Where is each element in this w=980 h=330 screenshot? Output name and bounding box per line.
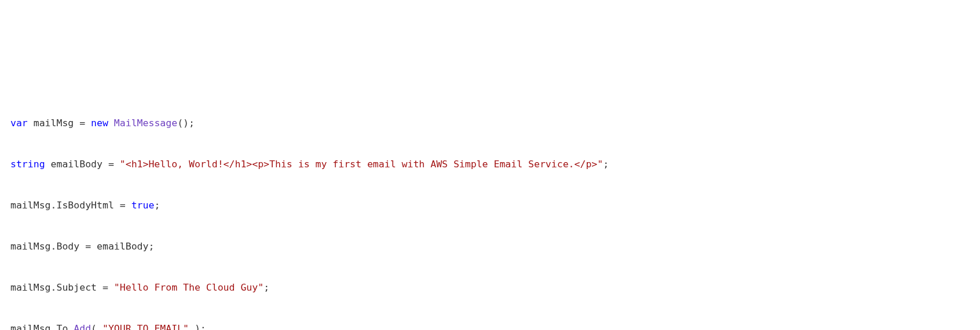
operator-eq: = — [97, 282, 114, 293]
string-literal: "Hello From The Cloud Guy" — [114, 282, 264, 293]
keyword-new: new — [91, 118, 108, 129]
identifier: mailMsg — [10, 200, 51, 211]
identifier: mailMsg — [10, 241, 51, 252]
keyword-true: true — [131, 200, 155, 211]
identifier: emailBody — [51, 159, 103, 170]
operator-eq: = — [74, 118, 91, 129]
code-line-3: mailMsg.IsBodyHtml = true; — [10, 195, 970, 215]
punct: (); — [177, 118, 195, 129]
code-line-1: var mailMsg = new MailMessage(); — [10, 113, 970, 133]
identifier: emailBody — [97, 241, 148, 252]
code-line-4: mailMsg.Body = emailBody; — [10, 236, 970, 256]
code-line-5: mailMsg.Subject = "Hello From The Cloud … — [10, 277, 970, 298]
operator-eq: = — [103, 159, 120, 170]
property: To — [56, 323, 68, 330]
property: Body — [56, 241, 79, 252]
method-add: Add — [74, 323, 91, 330]
identifier: mailMsg — [10, 282, 51, 293]
property: IsBodyHtml — [56, 200, 114, 211]
string-literal: "<h1>Hello, World!</h1><p>This is my fir… — [120, 159, 603, 170]
property: Subject — [56, 282, 97, 293]
punct: ; — [148, 241, 154, 252]
code-line-2: string emailBody = "<h1>Hello, World!</h… — [10, 154, 970, 174]
string-literal: "YOUR TO EMAIL" — [103, 323, 189, 330]
identifier: mailMsg — [34, 118, 74, 129]
keyword-string: string — [10, 159, 45, 170]
code-block: var mailMsg = new MailMessage(); string … — [10, 93, 970, 330]
punct: ; — [154, 200, 160, 211]
punct: ; — [603, 159, 609, 170]
keyword-var: var — [10, 118, 28, 129]
identifier: mailMsg — [10, 323, 51, 330]
operator-eq: = — [79, 241, 97, 252]
code-line-6: mailMsg.To.Add( "YOUR TO EMAIL" ); — [10, 318, 970, 330]
type-mailmessage: MailMessage — [114, 118, 177, 129]
operator-eq: = — [114, 200, 131, 211]
punct: ; — [264, 282, 269, 293]
